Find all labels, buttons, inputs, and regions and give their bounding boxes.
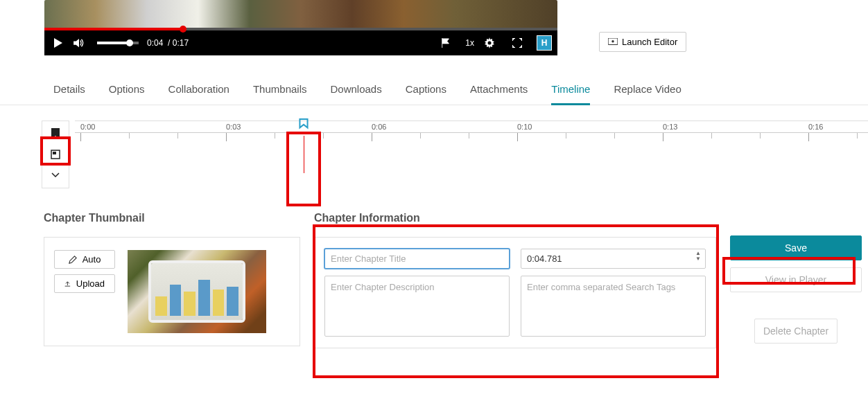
timeline-label: 0:16 <box>808 123 823 131</box>
tab-captions[interactable]: Captions <box>406 83 446 105</box>
timeline-label: 0:10 <box>517 123 532 131</box>
playback-speed[interactable]: 1x <box>465 38 474 48</box>
bookmark-tool-icon[interactable] <box>44 124 67 143</box>
tab-collaboration[interactable]: Collaboration <box>168 83 229 105</box>
timeline-label: 0:06 <box>372 123 386 131</box>
video-preview <box>44 0 557 28</box>
tab-thumbnails[interactable]: Thumbnails <box>253 83 307 105</box>
controls-bar: 0:04 / 0:17 1x H <box>44 30 557 55</box>
svg-point-1 <box>488 42 492 45</box>
chapter-title-input[interactable] <box>324 249 510 269</box>
timeline-label: 0:00 <box>80 123 95 131</box>
chapter-info-title: Chapter Information <box>314 212 716 224</box>
volume-slider[interactable] <box>97 42 139 44</box>
actions-panel: Save View in Player Delete Chapter <box>730 212 862 348</box>
svg-point-3 <box>611 40 614 42</box>
timeline-label: 0:03 <box>226 123 241 131</box>
auto-thumbnail-button[interactable]: Auto <box>54 250 115 269</box>
delete-chapter-button[interactable]: Delete Chapter <box>754 319 837 344</box>
chapter-marker[interactable] <box>298 118 309 173</box>
view-in-player-button[interactable]: View in Player <box>730 267 862 292</box>
flag-icon[interactable] <box>437 38 454 48</box>
video-player: 0:04 / 0:17 1x H <box>44 0 557 55</box>
timeline-label: 0:13 <box>663 123 677 131</box>
tab-details[interactable]: Details <box>53 83 85 105</box>
chapter-tags-input[interactable] <box>521 276 706 337</box>
tab-options[interactable]: Options <box>109 83 145 105</box>
chapter-description-input[interactable] <box>324 276 510 337</box>
timeline-ruler[interactable]: 0:00 0:03 0:06 0:10 0:13 0:16 <box>75 121 868 170</box>
slide-tool-icon[interactable] <box>44 145 67 164</box>
volume-icon[interactable] <box>71 38 87 48</box>
chapter-thumbnail-panel: Chapter Thumbnail Auto Upload <box>44 212 300 348</box>
svg-rect-5 <box>53 152 56 154</box>
progress-track[interactable] <box>44 28 557 30</box>
tab-timeline[interactable]: Timeline <box>551 83 590 105</box>
upload-thumbnail-button[interactable]: Upload <box>54 274 115 293</box>
tab-replace-video[interactable]: Replace Video <box>614 83 681 105</box>
launch-editor-button[interactable]: Launch Editor <box>599 32 686 52</box>
brand-badge[interactable]: H <box>537 35 552 51</box>
save-button[interactable]: Save <box>730 235 862 260</box>
tab-downloads[interactable]: Downloads <box>331 83 382 105</box>
tabs-bar: Details Options Collaboration Thumbnails… <box>0 55 868 105</box>
chevron-down-icon[interactable] <box>44 166 67 185</box>
tab-attachments[interactable]: Attachments <box>470 83 528 105</box>
timeline-tools <box>42 121 69 188</box>
thumbnail-preview <box>128 250 266 333</box>
fullscreen-icon[interactable] <box>509 38 526 48</box>
settings-icon[interactable] <box>481 37 498 48</box>
chapter-thumbnail-title: Chapter Thumbnail <box>44 212 300 224</box>
time-display: 0:04 / 0:17 <box>147 38 189 48</box>
chapter-time-input[interactable]: 0:04.781 ▲▼ <box>521 249 706 269</box>
play-icon[interactable] <box>50 38 67 48</box>
chapter-information-panel: Chapter Information 0:04.781 ▲▼ <box>314 212 716 348</box>
